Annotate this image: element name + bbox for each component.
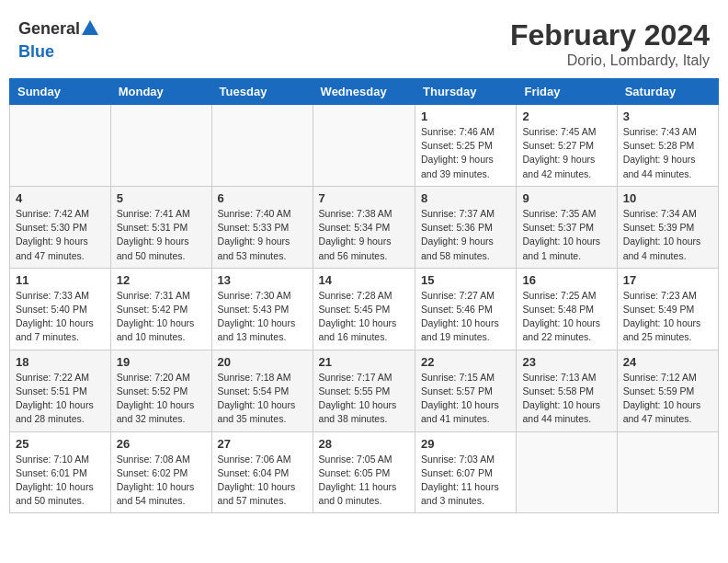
day-number: 6 [218, 191, 307, 205]
day-info: Sunrise: 7:18 AMSunset: 5:54 PMDaylight:… [218, 371, 307, 427]
day-number: 20 [218, 355, 307, 369]
calendar-cell: 18Sunrise: 7:22 AMSunset: 5:51 PMDayligh… [10, 350, 111, 431]
calendar-table: SundayMondayTuesdayWednesdayThursdayFrid… [9, 78, 719, 513]
day-number: 29 [421, 437, 510, 451]
calendar-week-row: 1Sunrise: 7:46 AMSunset: 5:25 PMDaylight… [10, 105, 719, 187]
day-number: 13 [218, 273, 307, 287]
calendar-cell: 23Sunrise: 7:13 AMSunset: 5:58 PMDayligh… [517, 350, 617, 431]
column-header-wednesday: Wednesday [313, 79, 415, 105]
day-number: 18 [16, 355, 105, 369]
column-header-saturday: Saturday [617, 79, 718, 105]
day-info: Sunrise: 7:37 AMSunset: 5:36 PMDaylight:… [421, 207, 510, 263]
day-info: Sunrise: 7:28 AMSunset: 5:45 PMDaylight:… [319, 289, 409, 345]
calendar-cell: 15Sunrise: 7:27 AMSunset: 5:46 PMDayligh… [415, 268, 517, 350]
calendar-cell: 6Sunrise: 7:40 AMSunset: 5:33 PMDaylight… [211, 186, 313, 268]
day-info: Sunrise: 7:06 AMSunset: 6:04 PMDaylight:… [218, 453, 307, 509]
day-info: Sunrise: 7:46 AMSunset: 5:25 PMDaylight:… [421, 125, 510, 181]
calendar-cell: 3Sunrise: 7:43 AMSunset: 5:28 PMDaylight… [617, 105, 718, 187]
calendar-cell: 24Sunrise: 7:12 AMSunset: 5:59 PMDayligh… [617, 350, 718, 431]
title-block: February 2024 Dorio, Lombardy, Italy [510, 18, 710, 69]
calendar-cell: 26Sunrise: 7:08 AMSunset: 6:02 PMDayligh… [110, 431, 211, 513]
day-number: 23 [522, 355, 610, 369]
calendar-cell: 21Sunrise: 7:17 AMSunset: 5:55 PMDayligh… [313, 350, 415, 431]
calendar-cell [617, 431, 718, 513]
day-info: Sunrise: 7:38 AMSunset: 5:34 PMDaylight:… [319, 207, 409, 263]
day-number: 14 [319, 273, 409, 287]
day-info: Sunrise: 7:31 AMSunset: 5:42 PMDaylight:… [117, 289, 206, 345]
column-header-sunday: Sunday [10, 79, 111, 105]
day-info: Sunrise: 7:35 AMSunset: 5:37 PMDaylight:… [522, 207, 610, 263]
day-info: Sunrise: 7:34 AMSunset: 5:39 PMDaylight:… [623, 207, 712, 263]
calendar-week-row: 4Sunrise: 7:42 AMSunset: 5:30 PMDaylight… [10, 186, 719, 268]
column-header-friday: Friday [517, 79, 617, 105]
calendar-cell: 22Sunrise: 7:15 AMSunset: 5:57 PMDayligh… [415, 350, 517, 431]
calendar-cell: 11Sunrise: 7:33 AMSunset: 5:40 PMDayligh… [10, 268, 111, 350]
calendar-cell [211, 105, 313, 187]
calendar-cell [10, 105, 111, 187]
day-number: 4 [16, 191, 105, 205]
calendar-cell [110, 105, 211, 187]
day-number: 15 [421, 273, 510, 287]
day-info: Sunrise: 7:33 AMSunset: 5:40 PMDaylight:… [16, 289, 105, 345]
calendar-cell: 10Sunrise: 7:34 AMSunset: 5:39 PMDayligh… [617, 186, 718, 268]
calendar-cell [313, 105, 415, 187]
column-header-monday: Monday [110, 79, 211, 105]
day-number: 19 [117, 355, 206, 369]
day-info: Sunrise: 7:10 AMSunset: 6:01 PMDaylight:… [16, 453, 105, 509]
day-number: 1 [421, 109, 510, 123]
calendar-cell: 13Sunrise: 7:30 AMSunset: 5:43 PMDayligh… [211, 268, 313, 350]
calendar-cell: 8Sunrise: 7:37 AMSunset: 5:36 PMDaylight… [415, 186, 517, 268]
day-number: 2 [522, 109, 610, 123]
calendar-cell: 7Sunrise: 7:38 AMSunset: 5:34 PMDaylight… [313, 186, 415, 268]
day-info: Sunrise: 7:17 AMSunset: 5:55 PMDaylight:… [319, 371, 409, 427]
page-header: General Blue February 2024 Dorio, Lombar… [9, 9, 719, 74]
day-info: Sunrise: 7:15 AMSunset: 5:57 PMDaylight:… [421, 371, 510, 427]
column-header-thursday: Thursday [415, 79, 517, 105]
day-number: 8 [421, 191, 510, 205]
logo-icon [80, 18, 100, 42]
day-info: Sunrise: 7:08 AMSunset: 6:02 PMDaylight:… [117, 453, 206, 509]
day-info: Sunrise: 7:41 AMSunset: 5:31 PMDaylight:… [117, 207, 206, 263]
column-header-tuesday: Tuesday [211, 79, 313, 105]
calendar-week-row: 18Sunrise: 7:22 AMSunset: 5:51 PMDayligh… [10, 350, 719, 431]
day-info: Sunrise: 7:45 AMSunset: 5:27 PMDaylight:… [522, 125, 610, 181]
day-number: 10 [623, 191, 712, 205]
day-info: Sunrise: 7:12 AMSunset: 5:59 PMDaylight:… [623, 371, 712, 427]
day-number: 28 [319, 437, 409, 451]
day-info: Sunrise: 7:22 AMSunset: 5:51 PMDaylight:… [16, 371, 105, 427]
day-number: 16 [522, 273, 610, 287]
day-number: 9 [522, 191, 610, 205]
day-number: 17 [623, 273, 712, 287]
day-info: Sunrise: 7:27 AMSunset: 5:46 PMDaylight:… [421, 289, 510, 345]
day-number: 26 [117, 437, 206, 451]
calendar-cell: 5Sunrise: 7:41 AMSunset: 5:31 PMDaylight… [110, 186, 211, 268]
day-number: 27 [218, 437, 307, 451]
day-info: Sunrise: 7:25 AMSunset: 5:48 PMDaylight:… [522, 289, 610, 345]
calendar-cell: 4Sunrise: 7:42 AMSunset: 5:30 PMDaylight… [10, 186, 111, 268]
day-info: Sunrise: 7:03 AMSunset: 6:07 PMDaylight:… [421, 453, 510, 509]
calendar-cell: 25Sunrise: 7:10 AMSunset: 6:01 PMDayligh… [10, 431, 111, 513]
calendar-cell: 16Sunrise: 7:25 AMSunset: 5:48 PMDayligh… [517, 268, 617, 350]
logo-blue: Blue [18, 42, 54, 61]
calendar-header-row: SundayMondayTuesdayWednesdayThursdayFrid… [10, 79, 719, 105]
day-info: Sunrise: 7:05 AMSunset: 6:05 PMDaylight:… [319, 453, 409, 509]
calendar-cell: 20Sunrise: 7:18 AMSunset: 5:54 PMDayligh… [211, 350, 313, 431]
calendar-cell: 1Sunrise: 7:46 AMSunset: 5:25 PMDaylight… [415, 105, 517, 187]
month-title: February 2024 [510, 18, 710, 52]
logo: General Blue [18, 18, 100, 62]
day-number: 11 [16, 273, 105, 287]
calendar-cell: 17Sunrise: 7:23 AMSunset: 5:49 PMDayligh… [617, 268, 718, 350]
day-info: Sunrise: 7:23 AMSunset: 5:49 PMDaylight:… [623, 289, 712, 345]
calendar-cell: 27Sunrise: 7:06 AMSunset: 6:04 PMDayligh… [211, 431, 313, 513]
calendar-cell [517, 431, 617, 513]
calendar-cell: 14Sunrise: 7:28 AMSunset: 5:45 PMDayligh… [313, 268, 415, 350]
calendar-cell: 19Sunrise: 7:20 AMSunset: 5:52 PMDayligh… [110, 350, 211, 431]
calendar-cell: 28Sunrise: 7:05 AMSunset: 6:05 PMDayligh… [313, 431, 415, 513]
location-title: Dorio, Lombardy, Italy [510, 52, 710, 69]
logo-general: General [18, 19, 80, 38]
day-number: 21 [319, 355, 409, 369]
calendar-week-row: 11Sunrise: 7:33 AMSunset: 5:40 PMDayligh… [10, 268, 719, 350]
calendar-week-row: 25Sunrise: 7:10 AMSunset: 6:01 PMDayligh… [10, 431, 719, 513]
day-info: Sunrise: 7:30 AMSunset: 5:43 PMDaylight:… [218, 289, 307, 345]
day-number: 3 [623, 109, 712, 123]
